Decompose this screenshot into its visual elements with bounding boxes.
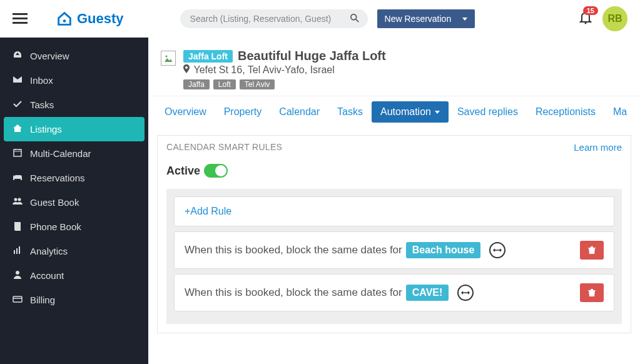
sidebar-item-reservations[interactable]: Reservations [0, 166, 148, 190]
tab-calendar[interactable]: Calendar [270, 101, 328, 123]
sidebar-item-inbox[interactable]: Inbox [0, 68, 148, 93]
rules-container: +Add Rule When this is booked, block the… [166, 189, 622, 324]
new-reservation-button[interactable]: New Reservation [377, 9, 475, 28]
sidebar-item-phone-book[interactable]: Phone Book [0, 215, 148, 239]
user-icon [13, 270, 28, 281]
delete-rule-button[interactable] [580, 241, 604, 260]
sidebar-item-analytics[interactable]: Analytics [0, 239, 148, 263]
svg-rect-5 [14, 149, 21, 156]
notifications-button[interactable]: 15 [578, 10, 593, 28]
trash-icon [588, 288, 596, 297]
tab-ma[interactable]: Ma [604, 101, 636, 123]
check-icon [13, 99, 28, 111]
tachometer-icon [13, 50, 28, 62]
listing-header: Jaffa Loft Beautiful Huge Jaffa Loft Yef… [148, 38, 640, 96]
sidebar-item-label: Billing [30, 295, 55, 305]
listing-thumbnail[interactable] [161, 51, 176, 66]
sidebar: OverviewInboxTasksListingsMulti-Calendar… [0, 38, 148, 364]
house-icon [56, 10, 73, 28]
tab-automation[interactable]: Automation [372, 101, 449, 123]
swap-icon[interactable] [457, 285, 474, 301]
tab-receptionists[interactable]: Receptionists [527, 101, 604, 123]
svg-point-1 [350, 14, 356, 20]
listing-tag: Jaffa [183, 79, 210, 89]
learn-more-link[interactable]: Learn more [574, 142, 622, 153]
sidebar-item-label: Reservations [30, 173, 85, 183]
sidebar-item-label: Overview [30, 51, 69, 61]
sidebar-item-tasks[interactable]: Tasks [0, 93, 148, 117]
svg-point-14 [16, 271, 19, 275]
tab-saved-replies[interactable]: Saved replies [449, 101, 527, 123]
svg-point-19 [185, 66, 188, 69]
svg-line-2 [355, 19, 358, 22]
brand-logo[interactable]: Guesty [56, 10, 124, 28]
svg-point-9 [14, 198, 18, 201]
sidebar-item-billing[interactable]: Billing [0, 288, 148, 312]
tab-label: Tasks [337, 106, 363, 117]
active-label: Active [166, 164, 200, 178]
svg-point-3 [585, 23, 587, 24]
svg-point-10 [18, 198, 21, 201]
add-rule-button[interactable]: +Add Rule [174, 196, 614, 226]
rule-text: When this is booked, block the same date… [185, 286, 402, 299]
card-icon [13, 294, 28, 306]
tag-row: JaffaLoftTel Aviv [183, 79, 386, 89]
rule-card: When this is booked, block the same date… [174, 274, 614, 311]
listing-tag: Tel Aviv [240, 79, 275, 89]
search-icon[interactable] [350, 14, 359, 25]
sidebar-item-label: Inbox [30, 75, 53, 86]
listing-tabs: OverviewPropertyCalendarTasksAutomationS… [148, 96, 640, 123]
header-right: 15 RB [578, 6, 627, 31]
sidebar-item-label: Tasks [30, 99, 54, 110]
rule-text: When this is booked, block the same date… [185, 244, 402, 256]
hamburger-menu-icon[interactable] [13, 13, 28, 24]
home-icon [13, 123, 28, 135]
linked-listing-badge[interactable]: Beach house [406, 242, 481, 258]
trash-icon [588, 246, 596, 255]
calendar-icon [13, 148, 28, 159]
linked-listing-badge[interactable]: CAVE! [406, 285, 449, 301]
broken-image-icon [163, 53, 173, 63]
sidebar-item-overview[interactable]: Overview [0, 44, 148, 68]
sidebar-item-label: Account [30, 270, 64, 281]
tab-tasks[interactable]: Tasks [328, 101, 372, 123]
sidebar-item-multi-calendar[interactable]: Multi-Calendar [0, 141, 148, 166]
add-rule-label: +Add Rule [185, 206, 231, 217]
chevron-down-icon [435, 111, 440, 114]
delete-rule-button[interactable] [580, 283, 604, 302]
avatar[interactable]: RB [602, 6, 627, 31]
sidebar-item-label: Multi-Calendar [30, 148, 91, 159]
panel-title: CALENDAR SMART RULES [166, 142, 282, 153]
active-toggle[interactable] [204, 164, 228, 178]
svg-rect-11 [14, 250, 15, 254]
listing-nickname-badge: Jaffa Loft [183, 50, 233, 63]
avatar-initials: RB [607, 13, 622, 24]
tab-overview[interactable]: Overview [156, 101, 215, 123]
sidebar-item-listings[interactable]: Listings [4, 117, 145, 141]
sidebar-item-guest-book[interactable]: Guest Book [0, 190, 148, 215]
tab-label: Receptionists [536, 106, 596, 117]
new-reservation-label: New Reservation [385, 14, 452, 24]
svg-point-18 [166, 56, 168, 58]
tab-label: Overview [165, 106, 206, 117]
tab-property[interactable]: Property [215, 101, 270, 123]
bars-icon [13, 245, 28, 257]
tab-label: Calendar [279, 106, 320, 117]
tab-label: Ma [613, 106, 627, 117]
users-icon [13, 196, 28, 208]
sidebar-item-label: Guest Book [30, 197, 79, 208]
listing-tag: Loft [213, 79, 236, 89]
sidebar-item-account[interactable]: Account [0, 263, 148, 288]
listing-title: Beautiful Huge Jaffa Loft [238, 49, 386, 63]
smart-rules-panel: CALENDAR SMART RULES Learn more Active +… [157, 135, 631, 333]
tab-label: Property [224, 106, 262, 117]
listing-address-text: Yefet St 16, Tel Aviv-Yafo, Israel [193, 64, 334, 75]
search-wrap [180, 9, 368, 28]
tab-label: Automation [380, 106, 431, 118]
search-input[interactable] [180, 9, 368, 28]
swap-icon[interactable] [489, 242, 505, 258]
sidebar-item-label: Listings [30, 124, 62, 134]
svg-marker-17 [165, 58, 172, 62]
sidebar-item-label: Phone Book [30, 221, 81, 232]
sidebar-item-label: Analytics [30, 246, 68, 256]
